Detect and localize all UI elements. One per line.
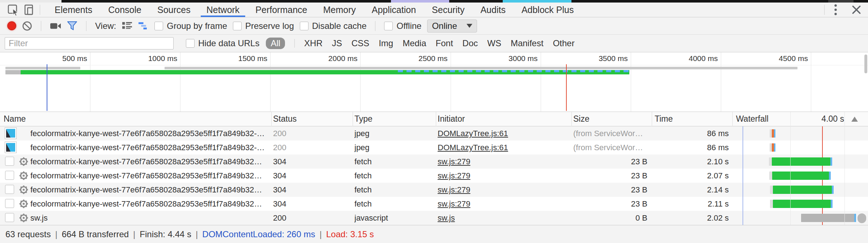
timeline-gridline	[721, 52, 721, 112]
initiator-link[interactable]: sw.js:279	[438, 199, 471, 208]
image-thumbnail-icon	[5, 142, 17, 153]
filter-pill-font[interactable]: Font	[436, 38, 453, 48]
initiator-link[interactable]: sw.js:279	[438, 185, 471, 194]
request-initiator: sw.js:279	[438, 199, 568, 209]
disable-cache-checkbox[interactable]	[300, 22, 309, 30]
gear-icon	[19, 199, 29, 211]
filter-pill-ws[interactable]: WS	[487, 38, 501, 48]
table-row[interactable]: fecolormatrix-kanye-west-77e6f7a658028a2…	[0, 155, 868, 169]
hide-data-urls-checkbox[interactable]	[186, 39, 195, 48]
table-row[interactable]: fecolormatrix-kanye-west-77e6f7a658028a2…	[0, 197, 868, 211]
request-name[interactable]: fecolormatrix-kanye-west-77e6f7a658028a2…	[30, 199, 269, 209]
column-header-time[interactable]: Time	[655, 114, 673, 124]
status-segment: Finish: 4.44 s	[140, 229, 191, 239]
offline-checkbox[interactable]	[384, 22, 393, 30]
tab-security[interactable]: Security	[424, 3, 472, 17]
column-header-name[interactable]: Name	[4, 114, 26, 124]
waterfall-bar-green	[773, 200, 831, 208]
filter-pill-other[interactable]: Other	[553, 38, 575, 48]
initiator-link[interactable]: sw.js:279	[438, 157, 471, 166]
request-name[interactable]: sw.js	[30, 213, 269, 223]
filter-pill-manifest[interactable]: Manifest	[511, 38, 544, 48]
timeline-gridline	[270, 52, 271, 112]
column-header-size[interactable]: Size	[573, 114, 590, 124]
scrollbar-thumb[interactable]	[858, 213, 866, 223]
record-button[interactable]	[7, 21, 16, 30]
filter-pill-css[interactable]: CSS	[352, 38, 369, 48]
request-time: 2.14 s	[655, 185, 729, 195]
initiator-link[interactable]: sw.js:279	[438, 171, 471, 180]
status-bar: 63 requests|664 B transferred|Finish: 4.…	[0, 225, 868, 243]
filter-pill-doc[interactable]: Doc	[463, 38, 478, 48]
column-header-status[interactable]: Status	[273, 114, 297, 124]
more-options-icon[interactable]	[827, 3, 843, 17]
tab-audits[interactable]: Audits	[472, 3, 513, 17]
browser-page-edge	[0, 0, 868, 3]
table-row[interactable]: fecolormatrix-kanye-west-77e6f7a658028a2…	[0, 183, 868, 197]
row-checkbox[interactable]	[5, 157, 14, 166]
status-separator: |	[133, 229, 135, 239]
row-checkbox[interactable]	[5, 185, 14, 194]
table-row[interactable]: sw.js200javascriptsw.js0 B2.02 s	[0, 211, 868, 225]
waterfall-bar-blue	[830, 157, 832, 166]
waterfall-cell	[732, 183, 868, 197]
clear-icon[interactable]	[22, 19, 32, 33]
tab-elements[interactable]: Elements	[47, 3, 100, 17]
divider	[294, 39, 295, 48]
column-header-waterfall[interactable]: Waterfall	[736, 114, 769, 124]
column-header-initiator[interactable]: Initiator	[438, 114, 465, 124]
request-status: 304	[273, 185, 347, 195]
request-name[interactable]: fecolormatrix-kanye-west-77e6f7a658028a2…	[30, 129, 269, 138]
filter-funnel-icon[interactable]	[67, 19, 77, 33]
load-event-line	[566, 64, 567, 111]
filter-pill-js[interactable]: JS	[332, 38, 342, 48]
tab-console[interactable]: Console	[100, 3, 149, 17]
request-type: jpeg	[354, 143, 432, 152]
timeline-gridline	[90, 52, 90, 112]
device-toolbar-icon[interactable]	[21, 3, 37, 17]
request-name[interactable]: fecolormatrix-kanye-west-77e6f7a658028a2…	[30, 185, 269, 195]
overview-response-bar	[165, 67, 797, 69]
close-icon[interactable]	[848, 3, 864, 17]
screenshot-capture-icon[interactable]	[50, 19, 61, 33]
inspect-element-icon[interactable]	[5, 3, 21, 17]
initiator-link[interactable]: DOMLazyTree.js:61	[438, 143, 508, 152]
tab-performance[interactable]: Performance	[247, 3, 315, 17]
tab-adblock-plus[interactable]: Adblock Plus	[514, 3, 582, 17]
tab-network[interactable]: Network	[199, 3, 248, 17]
row-checkbox[interactable]	[5, 213, 14, 222]
tab-application[interactable]: Application	[364, 3, 424, 17]
tab-memory[interactable]: Memory	[315, 3, 363, 17]
divider	[86, 21, 86, 31]
request-type: fetch	[354, 171, 432, 181]
table-row[interactable]: fecolormatrix-kanye-west-77e6f7a658028a2…	[0, 126, 868, 140]
filter-input[interactable]	[5, 37, 174, 49]
tab-sources[interactable]: Sources	[149, 3, 199, 17]
row-checkbox[interactable]	[5, 171, 14, 180]
request-status: 200	[273, 143, 347, 152]
filter-pill-media[interactable]: Media	[403, 38, 426, 48]
overview-view-icon[interactable]	[138, 19, 149, 33]
table-row[interactable]: fecolormatrix-kanye-west-77e6f7a658028a2…	[0, 140, 868, 155]
request-name[interactable]: fecolormatrix-kanye-west-77e6f7a658028a2…	[30, 157, 269, 166]
preserve-log-checkbox[interactable]	[233, 22, 242, 30]
request-name[interactable]: fecolormatrix-kanye-west-77e6f7a658028a2…	[30, 143, 269, 152]
overview-scrollbar	[864, 55, 867, 73]
column-header-type[interactable]: Type	[354, 114, 373, 124]
timeline-tick-label: 1000 ms	[122, 54, 177, 63]
row-checkbox[interactable]	[5, 199, 14, 208]
image-preview	[6, 143, 15, 152]
filter-pill-img[interactable]: Img	[379, 38, 393, 48]
throttling-select[interactable]: Online	[427, 19, 477, 32]
filter-pill-all[interactable]: All	[266, 38, 285, 49]
request-name[interactable]: fecolormatrix-kanye-west-77e6f7a658028a2…	[30, 171, 269, 181]
sort-ascending-icon[interactable]	[851, 117, 858, 122]
waterfall-cell	[732, 155, 868, 169]
initiator-link[interactable]: sw.js	[438, 213, 455, 222]
table-row[interactable]: fecolormatrix-kanye-west-77e6f7a658028a2…	[0, 169, 868, 183]
group-by-frame-checkbox[interactable]	[154, 22, 163, 30]
timeline-overview[interactable]: 500 ms1000 ms1500 ms2000 ms2500 ms3000 m…	[0, 52, 868, 112]
initiator-link[interactable]: DOMLazyTree.js:61	[438, 129, 508, 138]
filter-pill-xhr[interactable]: XHR	[304, 38, 323, 48]
large-rows-view-icon[interactable]	[122, 19, 132, 33]
